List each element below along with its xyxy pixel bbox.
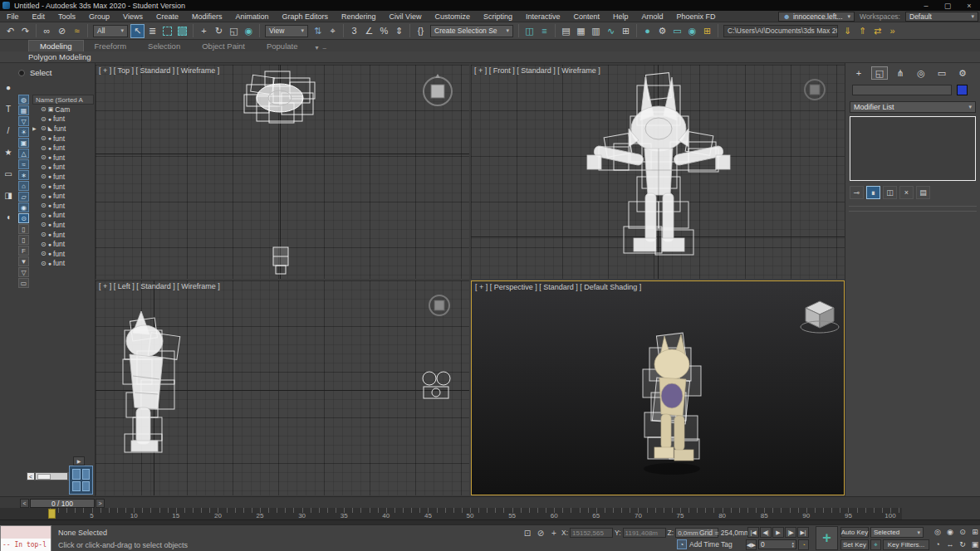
- scrollbar-thumb[interactable]: [37, 474, 51, 480]
- viewcube-perspective[interactable]: [797, 296, 840, 334]
- maxscript-mini-listener[interactable]: -- In top-l: [0, 525, 51, 551]
- visibility-eye-icon[interactable]: ⊙: [41, 183, 47, 190]
- isolate-selection-icon[interactable]: ⊡: [522, 527, 533, 539]
- snaps-toggle-icon[interactable]: 3: [347, 24, 361, 38]
- maximize-icon[interactable]: ▢: [937, 0, 958, 11]
- render-setup-icon[interactable]: ⚙: [655, 24, 669, 38]
- use-pivot-point-icon[interactable]: ⇅: [311, 24, 325, 38]
- menu-content[interactable]: Content: [566, 12, 606, 21]
- angle-snap-icon[interactable]: ∠: [362, 24, 376, 38]
- expand-arrow-icon[interactable]: ▶: [32, 125, 37, 131]
- zoom-icon[interactable]: ◎: [932, 526, 943, 538]
- menu-group[interactable]: Group: [82, 12, 116, 21]
- ribbon-tab-populate[interactable]: Populate: [256, 41, 309, 51]
- select-and-move-icon[interactable]: +: [197, 24, 211, 38]
- viewport-perspective-label[interactable]: [ + ] [ Perspective ] [ Standard ] [ Def…: [475, 283, 641, 291]
- named-selection-sets-icon[interactable]: {}: [414, 24, 428, 38]
- menu-modifiers[interactable]: Modifiers: [185, 12, 229, 21]
- scene-tree-row[interactable]: ⊙●funt: [32, 163, 94, 173]
- speaker-icon[interactable]: ◖: [2, 211, 15, 223]
- lock-cell-icon[interactable]: ▯: [18, 224, 29, 234]
- visibility-eye-icon[interactable]: ⊙: [41, 260, 47, 267]
- display-materials-icon[interactable]: ◉: [18, 202, 29, 212]
- viewcube-left[interactable]: [426, 292, 453, 319]
- set-key-button[interactable]: Set Key: [840, 539, 869, 550]
- node-label[interactable]: funt: [53, 134, 65, 143]
- scene-tree-row[interactable]: ⊙●funt: [32, 259, 94, 269]
- bind-to-space-warp-icon[interactable]: ≈: [70, 24, 84, 38]
- menu-civil-view[interactable]: Civil View: [383, 12, 429, 21]
- visibility-eye-icon[interactable]: ⊙: [41, 105, 47, 113]
- scroll-left-icon[interactable]: <: [27, 472, 35, 480]
- ribbon-toggle-icon[interactable]: ▥: [589, 24, 603, 38]
- export-file-icon[interactable]: »: [885, 24, 899, 38]
- scene-tree-row[interactable]: ⊙●funt: [32, 134, 94, 144]
- ribbon-tab-freeform[interactable]: Freeform: [84, 41, 138, 51]
- ribbon-collapse-icon[interactable]: ▾: [315, 44, 318, 51]
- go-to-end-icon[interactable]: ▶|: [797, 527, 809, 538]
- visibility-eye-icon[interactable]: ⊙: [41, 212, 47, 219]
- menu-scripting[interactable]: Scripting: [477, 12, 519, 21]
- menu-file[interactable]: File: [0, 12, 26, 21]
- display-visibility-icon[interactable]: ⊙: [18, 213, 29, 223]
- state-sets-icon[interactable]: ⊞: [700, 24, 714, 38]
- node-label[interactable]: funt: [53, 173, 65, 181]
- node-label[interactable]: funt: [53, 144, 65, 152]
- visibility-eye-icon[interactable]: ⊙: [41, 115, 47, 123]
- name-column-header[interactable]: Name (Sorted A: [32, 95, 94, 105]
- reference-coordinate-dropdown[interactable]: View▾: [265, 25, 308, 37]
- pick-folder-icon[interactable]: ▭: [18, 278, 29, 288]
- import-file-icon[interactable]: ⇓: [840, 24, 855, 38]
- node-label[interactable]: funt: [53, 211, 65, 219]
- scene-tree-row[interactable]: ⊙●funt: [32, 220, 94, 230]
- rectangular-selection-region-icon[interactable]: [160, 24, 174, 38]
- configure-modifier-sets-icon[interactable]: ▤: [916, 186, 930, 199]
- current-frame-field[interactable]: 0 ▴▾: [758, 539, 796, 549]
- orbit-icon[interactable]: ↻: [957, 539, 968, 550]
- visibility-eye-icon[interactable]: ⊙: [41, 202, 47, 209]
- set-keys-button[interactable]: +: [816, 526, 838, 550]
- viewport-top-label[interactable]: [ + ] [ Top ] [ Standard ] [ Wireframe ]: [99, 66, 219, 75]
- node-label[interactable]: funt: [53, 259, 65, 267]
- node-label[interactable]: funt: [53, 183, 65, 191]
- pin-stack-icon[interactable]: ⊸: [850, 186, 864, 199]
- display-tab-icon[interactable]: ▭: [933, 66, 950, 80]
- schematic-view-icon[interactable]: ⊞: [619, 24, 633, 38]
- selection-dot-icon[interactable]: ●: [2, 81, 15, 94]
- visibility-eye-icon[interactable]: ⊙: [41, 144, 47, 152]
- explorer-expand-button[interactable]: ▶: [73, 456, 85, 466]
- play-icon[interactable]: ▶: [772, 527, 784, 538]
- viewport-front[interactable]: [ + ] [ Front ] [ Standard ] [ Wireframe…: [471, 65, 845, 279]
- scene-tree-row[interactable]: ⊙●funt: [32, 211, 94, 221]
- material-editor-icon[interactable]: ●: [640, 24, 654, 38]
- menu-create[interactable]: Create: [149, 12, 185, 21]
- ribbon-minimize-icon[interactable]: –: [322, 44, 326, 51]
- scene-tree-row[interactable]: ⊙●funt: [32, 201, 94, 211]
- field-of-view-icon[interactable]: ◔: [932, 539, 943, 550]
- menu-tools[interactable]: Tools: [51, 12, 82, 21]
- current-frame-marker[interactable]: [48, 509, 56, 519]
- time-slider-handle[interactable]: 0 / 100: [30, 499, 95, 508]
- scene-tree-row[interactable]: ⊙●funt: [32, 249, 94, 259]
- next-frame-icon[interactable]: |▶: [785, 527, 796, 538]
- unlink-selection-icon[interactable]: ⊘: [55, 24, 69, 38]
- display-lights-icon[interactable]: ☀: [18, 127, 29, 137]
- motion-tab-icon[interactable]: ◎: [913, 66, 929, 80]
- scene-explorer-toggle-icon[interactable]: ▤: [559, 24, 573, 38]
- scrollbar-track[interactable]: [35, 472, 68, 480]
- y-value-field[interactable]: 1191,408m: [623, 528, 666, 538]
- brush-icon[interactable]: /: [2, 124, 15, 137]
- viewport-top[interactable]: [ + ] [ Top ] [ Standard ] [ Wireframe ]: [96, 65, 469, 279]
- ribbon-tab-selection[interactable]: Selection: [137, 41, 191, 51]
- node-label[interactable]: funt: [53, 250, 65, 258]
- time-slider-prev-icon[interactable]: <: [20, 499, 29, 508]
- display-cameras-icon[interactable]: ▣: [18, 138, 29, 148]
- visibility-eye-icon[interactable]: ⊙: [41, 173, 47, 180]
- window-crossing-icon[interactable]: [175, 24, 189, 38]
- scene-tree-row[interactable]: ⊙●funt: [32, 239, 94, 249]
- node-label[interactable]: funt: [53, 240, 65, 248]
- edit-cell-icon[interactable]: ▯: [18, 235, 29, 245]
- select-object-icon[interactable]: ↖: [130, 24, 145, 38]
- visibility-eye-icon[interactable]: ⊙: [41, 231, 47, 238]
- align-icon[interactable]: ≡: [537, 24, 551, 38]
